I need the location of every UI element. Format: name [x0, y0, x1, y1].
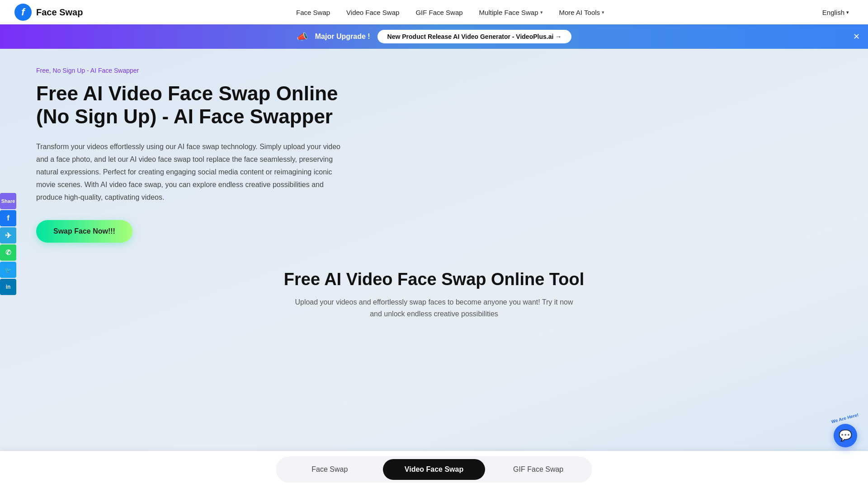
- nav-face-swap[interactable]: Face Swap: [290, 5, 336, 20]
- social-telegram-button[interactable]: ✈: [0, 227, 16, 244]
- hero-title: Free AI Video Face Swap Online (No Sign …: [36, 82, 344, 128]
- swap-face-button[interactable]: Swap Face Now!!!: [36, 220, 132, 243]
- social-facebook-button[interactable]: f: [0, 210, 16, 226]
- tool-section: Free AI Video Face Swap Online Tool Uplo…: [0, 270, 868, 319]
- chat-icon: 💬: [839, 429, 852, 442]
- navbar-right: English: [818, 6, 854, 19]
- logo-icon: f: [14, 4, 32, 21]
- social-whatsapp-button[interactable]: ✆: [0, 244, 16, 261]
- language-selector[interactable]: English: [818, 6, 854, 19]
- social-sidebar: Share f ✈ ✆ 🐦 in: [0, 193, 16, 295]
- nav-multiple-face-swap[interactable]: Multiple Face Swap: [473, 5, 549, 20]
- tab-face-swap[interactable]: Face Swap: [278, 459, 381, 480]
- announcement-banner: 📣 Major Upgrade ! New Product Release AI…: [0, 24, 868, 49]
- logo-text: Face Swap: [36, 7, 83, 18]
- nav-gif-face-swap[interactable]: GIF Face Swap: [409, 5, 469, 20]
- banner-close-button[interactable]: ✕: [853, 33, 860, 41]
- social-linkedin-button[interactable]: in: [0, 279, 16, 295]
- tab-gif-face-swap[interactable]: GIF Face Swap: [487, 459, 590, 480]
- logo[interactable]: f Face Swap: [14, 4, 83, 21]
- banner-cta-button[interactable]: New Product Release AI Video Generator -…: [377, 30, 572, 43]
- nav-more-ai-tools[interactable]: More AI Tools: [553, 5, 611, 20]
- social-share-button[interactable]: Share: [0, 193, 16, 209]
- social-twitter-button[interactable]: 🐦: [0, 262, 16, 278]
- tab-video-face-swap[interactable]: Video Face Swap: [383, 459, 486, 480]
- chat-widget: We Are Here! 💬: [834, 424, 857, 447]
- hero-section: Free, No Sign Up - AI Face Swapper Free …: [0, 49, 344, 243]
- breadcrumb: Free, No Sign Up - AI Face Swapper: [36, 67, 344, 74]
- hero-description: Transform your videos effortlessly using…: [36, 141, 344, 204]
- section-description: Upload your videos and effortlessly swap…: [289, 296, 579, 319]
- tabs-container: Face Swap Video Face Swap GIF Face Swap: [276, 456, 592, 483]
- navbar: f Face Swap Face Swap Video Face Swap GI…: [0, 0, 868, 24]
- chat-button[interactable]: 💬: [834, 424, 857, 447]
- nav-video-face-swap[interactable]: Video Face Swap: [340, 5, 406, 20]
- banner-title: Major Upgrade !: [315, 33, 370, 41]
- page-background: Share f ✈ ✆ 🐦 in Free, No Sign Up - AI F…: [0, 49, 868, 488]
- nav-links: Face Swap Video Face Swap GIF Face Swap …: [290, 5, 611, 20]
- section-title: Free AI Video Face Swap Online Tool: [9, 270, 859, 289]
- tabs-bar: Face Swap Video Face Swap GIF Face Swap: [0, 451, 868, 488]
- megaphone-icon: 📣: [297, 31, 308, 42]
